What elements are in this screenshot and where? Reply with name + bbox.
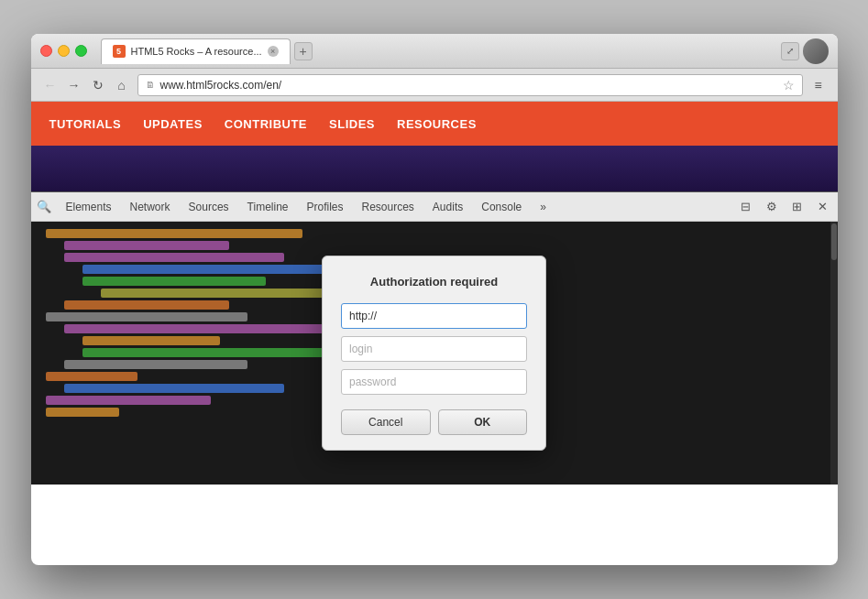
expand-button[interactable]: ⤢ (781, 42, 799, 60)
devtools-tab-bar: 🔍 Elements Network Sources Timeline Prof… (31, 192, 838, 222)
nav-contribute[interactable]: CONTRIBUTE (225, 117, 307, 131)
reload-icon: ↻ (93, 78, 104, 93)
devtools-tab-timeline[interactable]: Timeline (238, 192, 298, 222)
back-icon: ← (44, 78, 57, 93)
devtools-layout-btn[interactable]: ⊞ (786, 196, 808, 218)
menu-button[interactable]: ≡ (807, 73, 830, 97)
nav-tutorials[interactable]: TUTORIALS (49, 117, 122, 131)
reload-button[interactable]: ↻ (86, 73, 110, 97)
devtools-settings-btn[interactable]: ⚙ (761, 196, 783, 218)
tab-title: HTML5 Rocks – A resource... (131, 46, 262, 57)
settings-icon: ⚙ (766, 200, 777, 213)
window-controls-right: ⤢ (781, 38, 829, 64)
auth-url-input[interactable] (341, 303, 527, 329)
new-tab-button[interactable]: + (294, 42, 313, 60)
more-icon: ≡ (814, 78, 821, 93)
browser-tab-active[interactable]: 5 HTML5 Rocks – A resource... × (101, 38, 291, 64)
minimize-window-button[interactable] (58, 45, 70, 57)
devtools-tab-audits[interactable]: Audits (423, 192, 472, 222)
site-hero (31, 146, 838, 191)
nav-slides[interactable]: SLIDES (329, 117, 375, 131)
nav-updates[interactable]: UPDATES (143, 117, 203, 131)
auth-cancel-button[interactable]: Cancel (341, 409, 431, 435)
devtools-panel: 🔍 Elements Network Sources Timeline Prof… (31, 191, 838, 485)
devtools-console-btn[interactable]: ⊟ (735, 196, 757, 218)
tab-area: 5 HTML5 Rocks – A resource... × + (101, 38, 781, 64)
page-icon: 🗎 (146, 80, 155, 90)
nav-right-buttons: ≡ (807, 73, 830, 97)
address-bar[interactable]: 🗎 www.html5rocks.com/en/ ☆ (137, 74, 803, 96)
console-icon: ⊟ (741, 200, 751, 213)
tab-favicon: 5 (113, 45, 126, 58)
navigation-bar: ← → ↻ ⌂ 🗎 www.html5rocks.com/en/ ☆ ≡ (31, 69, 838, 102)
auth-login-input[interactable] (341, 336, 527, 362)
devtools-search-icon[interactable]: 🔍 (31, 200, 57, 213)
devtools-toolbar-right: ⊟ ⚙ ⊞ ✕ (735, 196, 838, 218)
auth-ok-button[interactable]: OK (438, 409, 528, 435)
close-window-button[interactable] (40, 45, 52, 57)
home-button[interactable]: ⌂ (110, 73, 134, 97)
devtools-tab-profiles[interactable]: Profiles (297, 192, 352, 222)
devtools-tab-sources[interactable]: Sources (180, 192, 238, 222)
devtools-close-btn[interactable]: ✕ (812, 196, 834, 218)
forward-button[interactable]: → (62, 73, 86, 97)
browser-window: 5 HTML5 Rocks – A resource... × + ⤢ ← → … (31, 34, 838, 565)
expand-icon: ⤢ (786, 46, 794, 56)
user-avatar[interactable] (803, 38, 829, 64)
site-navigation: TUTORIALS UPDATES CONTRIBUTE SLIDES RESO… (31, 102, 838, 146)
devtools-tab-more[interactable]: » (531, 192, 555, 222)
devtools-tab-network[interactable]: Network (121, 192, 180, 222)
layout-icon: ⊞ (792, 200, 802, 213)
close-icon: ✕ (818, 200, 828, 213)
traffic-lights (40, 45, 87, 57)
auth-dialog-buttons: Cancel OK (341, 409, 527, 435)
nav-resources[interactable]: RESOURCES (397, 117, 477, 131)
bookmark-icon[interactable]: ☆ (783, 78, 795, 93)
devtools-tab-elements[interactable]: Elements (57, 192, 121, 222)
devtools-tab-resources[interactable]: Resources (353, 192, 423, 222)
home-icon: ⌂ (117, 78, 125, 93)
devtools-tab-console[interactable]: Console (472, 192, 531, 222)
title-bar: 5 HTML5 Rocks – A resource... × + ⤢ (31, 34, 838, 69)
tab-close-button[interactable]: × (268, 46, 279, 57)
web-content: TUTORIALS UPDATES CONTRIBUTE SLIDES RESO… (31, 102, 838, 565)
devtools-content: Authorization required Cancel OK (31, 222, 838, 485)
auth-dialog-title: Authorization required (341, 275, 527, 289)
auth-password-input[interactable] (341, 369, 527, 395)
auth-dialog: Authorization required Cancel OK (322, 256, 546, 451)
back-button[interactable]: ← (38, 73, 62, 97)
maximize-window-button[interactable] (75, 45, 87, 57)
forward-icon: → (68, 78, 81, 93)
url-display: www.html5rocks.com/en/ (160, 79, 282, 92)
dialog-overlay: Authorization required Cancel OK (31, 222, 838, 485)
